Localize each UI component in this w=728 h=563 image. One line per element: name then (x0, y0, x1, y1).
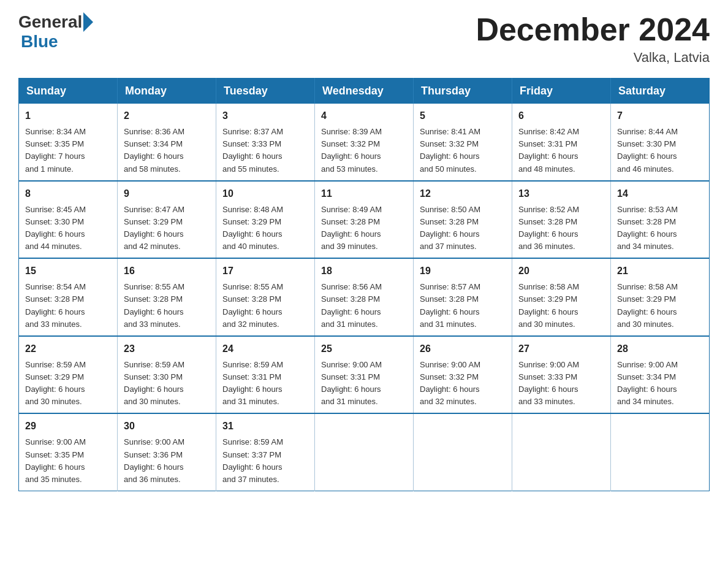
day-number: 13 (518, 186, 604, 201)
logo: General Blue (18, 12, 94, 52)
day-info: Sunrise: 8:55 AMSunset: 3:28 PMDaylight:… (124, 281, 210, 331)
calendar-cell: 24Sunrise: 8:59 AMSunset: 3:31 PMDayligh… (216, 336, 315, 414)
day-header-friday: Friday (512, 79, 611, 104)
day-info: Sunrise: 8:41 AMSunset: 3:32 PMDaylight:… (420, 126, 506, 175)
day-info: Sunrise: 8:59 AMSunset: 3:30 PMDaylight:… (124, 359, 210, 408)
calendar-week-4: 22Sunrise: 8:59 AMSunset: 3:29 PMDayligh… (19, 336, 710, 414)
calendar-cell: 16Sunrise: 8:55 AMSunset: 3:28 PMDayligh… (118, 258, 216, 336)
calendar-cell: 28Sunrise: 9:00 AMSunset: 3:34 PMDayligh… (611, 336, 710, 414)
day-info: Sunrise: 9:00 AMSunset: 3:31 PMDaylight:… (321, 359, 407, 408)
day-number: 26 (420, 342, 506, 356)
calendar-cell: 23Sunrise: 8:59 AMSunset: 3:30 PMDayligh… (118, 336, 216, 414)
day-number: 27 (518, 342, 604, 356)
calendar-cell: 10Sunrise: 8:48 AMSunset: 3:29 PMDayligh… (216, 181, 315, 259)
day-header-tuesday: Tuesday (216, 79, 315, 104)
calendar-cell (512, 413, 611, 491)
day-number: 18 (321, 264, 407, 278)
calendar-cell: 6Sunrise: 8:42 AMSunset: 3:31 PMDaylight… (512, 104, 611, 181)
day-number: 29 (25, 419, 111, 434)
calendar-cell: 4Sunrise: 8:39 AMSunset: 3:32 PMDaylight… (315, 104, 414, 181)
day-number: 23 (124, 342, 210, 356)
day-info: Sunrise: 8:36 AMSunset: 3:34 PMDaylight:… (124, 126, 210, 175)
day-info: Sunrise: 8:39 AMSunset: 3:32 PMDaylight:… (321, 126, 407, 175)
day-number: 30 (124, 419, 210, 434)
day-info: Sunrise: 8:44 AMSunset: 3:30 PMDaylight:… (617, 126, 703, 175)
calendar-table: SundayMondayTuesdayWednesdayThursdayFrid… (18, 78, 710, 491)
calendar-week-2: 8Sunrise: 8:45 AMSunset: 3:30 PMDaylight… (19, 181, 710, 259)
logo-blue-text: Blue (21, 32, 58, 51)
calendar-cell: 20Sunrise: 8:58 AMSunset: 3:29 PMDayligh… (512, 258, 611, 336)
day-info: Sunrise: 8:58 AMSunset: 3:29 PMDaylight:… (617, 281, 703, 331)
calendar-cell: 31Sunrise: 8:59 AMSunset: 3:37 PMDayligh… (216, 413, 315, 491)
day-number: 11 (321, 186, 407, 201)
calendar-cell: 13Sunrise: 8:52 AMSunset: 3:28 PMDayligh… (512, 181, 611, 259)
day-number: 6 (518, 109, 604, 123)
day-info: Sunrise: 9:00 AMSunset: 3:32 PMDaylight:… (420, 359, 506, 408)
calendar-cell: 25Sunrise: 9:00 AMSunset: 3:31 PMDayligh… (315, 336, 414, 414)
calendar-cell: 21Sunrise: 8:58 AMSunset: 3:29 PMDayligh… (611, 258, 710, 336)
calendar-cell (611, 413, 710, 491)
calendar-cell: 3Sunrise: 8:37 AMSunset: 3:33 PMDaylight… (216, 104, 315, 181)
calendar-cell: 17Sunrise: 8:55 AMSunset: 3:28 PMDayligh… (216, 258, 315, 336)
calendar-cell: 12Sunrise: 8:50 AMSunset: 3:28 PMDayligh… (414, 181, 512, 259)
day-number: 14 (617, 186, 703, 201)
day-number: 9 (124, 186, 210, 201)
day-info: Sunrise: 9:00 AMSunset: 3:34 PMDaylight:… (617, 359, 703, 408)
calendar-cell: 9Sunrise: 8:47 AMSunset: 3:29 PMDaylight… (118, 181, 216, 259)
day-info: Sunrise: 8:59 AMSunset: 3:37 PMDaylight:… (222, 436, 308, 486)
day-info: Sunrise: 8:45 AMSunset: 3:30 PMDaylight:… (25, 204, 111, 253)
calendar-cell: 19Sunrise: 8:57 AMSunset: 3:28 PMDayligh… (414, 258, 512, 336)
day-number: 15 (25, 264, 111, 278)
day-info: Sunrise: 8:34 AMSunset: 3:35 PMDaylight:… (25, 126, 111, 175)
day-number: 2 (124, 109, 210, 123)
calendar-cell: 8Sunrise: 8:45 AMSunset: 3:30 PMDaylight… (19, 181, 118, 259)
page-header: General Blue December 2024 Valka, Latvia (18, 12, 710, 66)
day-info: Sunrise: 8:59 AMSunset: 3:31 PMDaylight:… (222, 359, 308, 408)
day-info: Sunrise: 8:55 AMSunset: 3:28 PMDaylight:… (222, 281, 308, 331)
calendar-cell: 26Sunrise: 9:00 AMSunset: 3:32 PMDayligh… (414, 336, 512, 414)
day-info: Sunrise: 9:00 AMSunset: 3:35 PMDaylight:… (25, 436, 111, 486)
calendar-body: 1Sunrise: 8:34 AMSunset: 3:35 PMDaylight… (19, 104, 710, 491)
calendar-cell: 27Sunrise: 9:00 AMSunset: 3:33 PMDayligh… (512, 336, 611, 414)
calendar-cell: 30Sunrise: 9:00 AMSunset: 3:36 PMDayligh… (118, 413, 216, 491)
location-label: Valka, Latvia (476, 50, 710, 66)
day-info: Sunrise: 8:50 AMSunset: 3:28 PMDaylight:… (420, 204, 506, 253)
title-area: December 2024 Valka, Latvia (476, 12, 710, 66)
day-number: 16 (124, 264, 210, 278)
day-number: 25 (321, 342, 407, 356)
day-info: Sunrise: 8:57 AMSunset: 3:28 PMDaylight:… (420, 281, 506, 331)
calendar-cell (414, 413, 512, 491)
day-info: Sunrise: 8:58 AMSunset: 3:29 PMDaylight:… (518, 281, 604, 331)
calendar-cell: 29Sunrise: 9:00 AMSunset: 3:35 PMDayligh… (19, 413, 118, 491)
day-info: Sunrise: 8:48 AMSunset: 3:29 PMDaylight:… (222, 204, 308, 253)
day-info: Sunrise: 8:53 AMSunset: 3:28 PMDaylight:… (617, 204, 703, 253)
day-number: 21 (617, 264, 703, 278)
day-info: Sunrise: 8:42 AMSunset: 3:31 PMDaylight:… (518, 126, 604, 175)
calendar-cell: 14Sunrise: 8:53 AMSunset: 3:28 PMDayligh… (611, 181, 710, 259)
calendar-cell: 2Sunrise: 8:36 AMSunset: 3:34 PMDaylight… (118, 104, 216, 181)
day-number: 7 (617, 109, 703, 123)
day-number: 5 (420, 109, 506, 123)
day-number: 31 (222, 419, 308, 434)
day-info: Sunrise: 8:54 AMSunset: 3:28 PMDaylight:… (25, 281, 111, 331)
day-number: 8 (25, 186, 111, 201)
days-of-week-row: SundayMondayTuesdayWednesdayThursdayFrid… (19, 79, 710, 104)
month-title: December 2024 (476, 12, 710, 47)
day-info: Sunrise: 8:37 AMSunset: 3:33 PMDaylight:… (222, 126, 308, 175)
calendar-week-5: 29Sunrise: 9:00 AMSunset: 3:35 PMDayligh… (19, 413, 710, 491)
logo-general-text: General (18, 12, 82, 32)
day-number: 19 (420, 264, 506, 278)
day-number: 1 (25, 109, 111, 123)
day-number: 22 (25, 342, 111, 356)
day-number: 17 (222, 264, 308, 278)
day-header-sunday: Sunday (19, 79, 118, 104)
calendar-week-1: 1Sunrise: 8:34 AMSunset: 3:35 PMDaylight… (19, 104, 710, 181)
day-info: Sunrise: 8:59 AMSunset: 3:29 PMDaylight:… (25, 359, 111, 408)
calendar-cell: 1Sunrise: 8:34 AMSunset: 3:35 PMDaylight… (19, 104, 118, 181)
calendar-cell: 18Sunrise: 8:56 AMSunset: 3:28 PMDayligh… (315, 258, 414, 336)
day-info: Sunrise: 8:52 AMSunset: 3:28 PMDaylight:… (518, 204, 604, 253)
calendar-cell: 7Sunrise: 8:44 AMSunset: 3:30 PMDaylight… (611, 104, 710, 181)
day-info: Sunrise: 9:00 AMSunset: 3:36 PMDaylight:… (124, 436, 210, 486)
day-number: 10 (222, 186, 308, 201)
day-info: Sunrise: 8:56 AMSunset: 3:28 PMDaylight:… (321, 281, 407, 331)
